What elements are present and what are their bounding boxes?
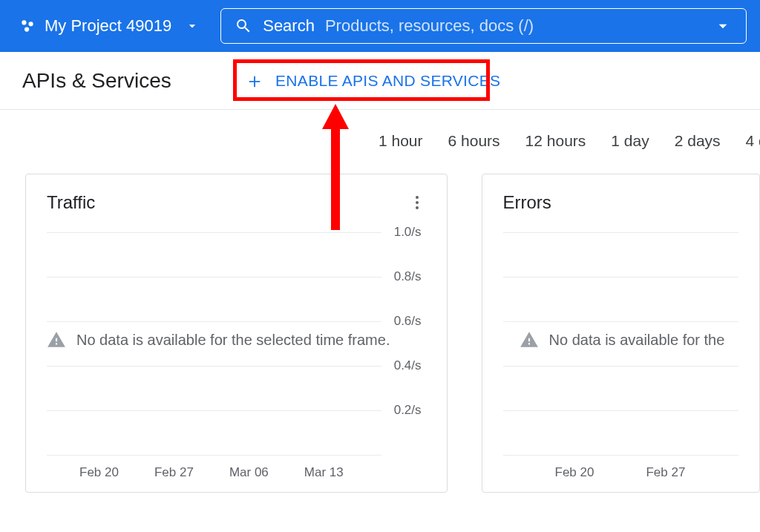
timerange-4d[interactable]: 4 days [746,132,760,150]
more-vert-icon[interactable] [408,194,426,211]
cards-row: Traffic 1.0/s 0.8/s 0.6/s 0.4/s 0.2/s No… [0,163,760,493]
xtick: Feb 20 [79,465,119,480]
ytick: 0.2/s [394,403,422,418]
enable-apis-label: Enable APIs and Services [275,72,500,90]
errors-chart: No data is available for the [503,232,738,455]
errors-nodata-text: No data is available for the [549,332,725,349]
svg-point-5 [416,206,419,209]
search-label: Search [263,16,315,36]
project-name: My Project 49019 [45,16,171,36]
topbar: My Project 49019 Search [0,0,760,52]
ytick: 0.8/s [394,269,422,284]
search-icon [235,17,252,35]
errors-nodata: No data is available for the [520,330,738,349]
card-errors-title: Errors [503,192,551,213]
project-selector[interactable]: My Project 49019 [13,12,206,40]
svg-point-4 [416,201,419,204]
ytick: 0.6/s [394,314,422,329]
xtick: Mar 13 [304,465,344,480]
xtick: Feb 27 [646,465,685,480]
warning-icon [47,330,66,349]
svg-point-0 [22,20,26,24]
caret-down-icon [185,19,200,33]
errors-xaxis: Feb 20 Feb 27 [503,465,738,480]
plus-icon: ＋ [244,70,265,91]
timerange-2d[interactable]: 2 days [675,132,721,150]
svg-point-2 [24,27,29,31]
ytick: 0.4/s [394,358,422,373]
page-title: APIs & Services [22,69,171,93]
warning-icon [520,330,539,349]
xtick: Feb 27 [154,465,194,480]
timerange-1d[interactable]: 1 day [611,132,649,150]
svg-point-1 [28,22,33,26]
chevron-down-icon[interactable] [713,16,733,36]
time-range-tabs: 1 hour 6 hours 12 hours 1 day 2 days 4 d… [379,110,760,163]
svg-point-3 [416,196,419,199]
card-errors: Errors No data is available for the Feb … [482,174,760,493]
search-input[interactable] [325,16,703,36]
card-traffic: Traffic 1.0/s 0.8/s 0.6/s 0.4/s 0.2/s No… [25,174,448,493]
timerange-1h[interactable]: 1 hour [379,132,423,150]
traffic-nodata-text: No data is available for the selected ti… [76,332,390,349]
xtick: Mar 06 [229,465,269,480]
timerange-6h[interactable]: 6 hours [448,132,500,150]
xtick: Feb 20 [555,465,594,480]
enable-apis-button[interactable]: ＋ Enable APIs and Services [231,66,514,96]
traffic-nodata: No data is available for the selected ti… [47,330,381,349]
traffic-xaxis: Feb 20 Feb 27 Mar 06 Mar 13 [47,465,426,480]
search-box[interactable]: Search [220,8,747,44]
traffic-chart: 1.0/s 0.8/s 0.6/s 0.4/s 0.2/s No data is… [47,232,381,455]
card-traffic-title: Traffic [47,192,95,213]
subheader: APIs & Services ＋ Enable APIs and Servic… [0,52,760,110]
ytick: 1.0/s [394,225,422,240]
project-icon [19,18,36,34]
timerange-12h[interactable]: 12 hours [525,132,586,150]
